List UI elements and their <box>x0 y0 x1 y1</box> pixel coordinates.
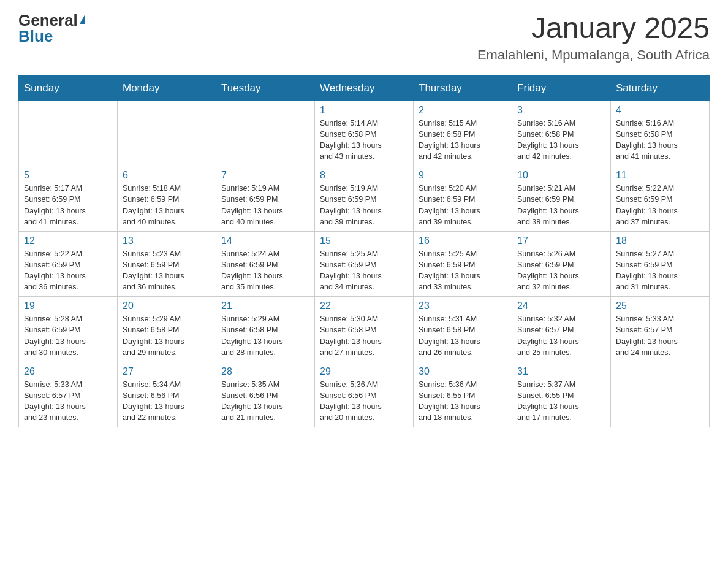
calendar-cell: 22Sunrise: 5:30 AMSunset: 6:58 PMDayligh… <box>315 297 414 362</box>
day-number: 16 <box>419 236 507 247</box>
day-info: Sunrise: 5:22 AMSunset: 6:59 PMDaylight:… <box>616 183 704 228</box>
day-info: Sunrise: 5:22 AMSunset: 6:59 PMDaylight:… <box>24 248 112 293</box>
calendar-cell: 12Sunrise: 5:22 AMSunset: 6:59 PMDayligh… <box>19 231 118 297</box>
day-number: 26 <box>24 366 112 377</box>
day-info: Sunrise: 5:20 AMSunset: 6:59 PMDaylight:… <box>419 183 507 228</box>
calendar-cell: 21Sunrise: 5:29 AMSunset: 6:58 PMDayligh… <box>216 297 315 362</box>
day-number: 9 <box>419 170 507 181</box>
day-number: 10 <box>517 170 605 181</box>
calendar-cell: 31Sunrise: 5:37 AMSunset: 6:55 PMDayligh… <box>512 362 611 427</box>
calendar-week-row: 12Sunrise: 5:22 AMSunset: 6:59 PMDayligh… <box>19 231 710 297</box>
calendar-cell: 25Sunrise: 5:33 AMSunset: 6:57 PMDayligh… <box>611 297 710 362</box>
title-section: January 2025 Emalahleni, Mpumalanga, Sou… <box>477 12 710 63</box>
weekday-header-sunday: Sunday <box>19 75 118 101</box>
calendar-header-row: SundayMondayTuesdayWednesdayThursdayFrid… <box>19 75 710 101</box>
calendar-table: SundayMondayTuesdayWednesdayThursdayFrid… <box>18 75 710 428</box>
month-title: January 2025 <box>477 12 710 45</box>
calendar-cell: 1Sunrise: 5:14 AMSunset: 6:58 PMDaylight… <box>315 101 414 166</box>
calendar-cell: 8Sunrise: 5:19 AMSunset: 6:59 PMDaylight… <box>315 166 414 232</box>
calendar-cell: 24Sunrise: 5:32 AMSunset: 6:57 PMDayligh… <box>512 297 611 362</box>
day-number: 24 <box>517 301 605 312</box>
calendar-cell: 13Sunrise: 5:23 AMSunset: 6:59 PMDayligh… <box>118 231 216 297</box>
day-number: 12 <box>24 236 112 247</box>
calendar-cell: 18Sunrise: 5:27 AMSunset: 6:59 PMDayligh… <box>611 231 710 297</box>
calendar-cell: 23Sunrise: 5:31 AMSunset: 6:58 PMDayligh… <box>414 297 512 362</box>
day-number: 14 <box>221 236 309 247</box>
weekday-header-wednesday: Wednesday <box>315 75 414 101</box>
day-info: Sunrise: 5:19 AMSunset: 6:59 PMDaylight:… <box>320 183 408 228</box>
day-info: Sunrise: 5:31 AMSunset: 6:58 PMDaylight:… <box>419 313 507 358</box>
day-number: 15 <box>320 236 408 247</box>
day-info: Sunrise: 5:16 AMSunset: 6:58 PMDaylight:… <box>517 118 605 163</box>
day-number: 18 <box>616 236 704 247</box>
day-number: 30 <box>419 366 507 377</box>
day-number: 5 <box>24 170 112 181</box>
calendar-cell: 14Sunrise: 5:24 AMSunset: 6:59 PMDayligh… <box>216 231 315 297</box>
day-number: 4 <box>616 105 704 116</box>
weekday-header-monday: Monday <box>118 75 216 101</box>
day-number: 19 <box>24 301 112 312</box>
day-info: Sunrise: 5:17 AMSunset: 6:59 PMDaylight:… <box>24 183 112 228</box>
day-number: 3 <box>517 105 605 116</box>
day-number: 2 <box>419 105 507 116</box>
day-info: Sunrise: 5:14 AMSunset: 6:58 PMDaylight:… <box>320 118 408 163</box>
day-info: Sunrise: 5:29 AMSunset: 6:58 PMDaylight:… <box>221 313 309 358</box>
day-number: 11 <box>616 170 704 181</box>
day-info: Sunrise: 5:33 AMSunset: 6:57 PMDaylight:… <box>616 313 704 358</box>
day-info: Sunrise: 5:33 AMSunset: 6:57 PMDaylight:… <box>24 379 112 424</box>
day-info: Sunrise: 5:18 AMSunset: 6:59 PMDaylight:… <box>123 183 211 228</box>
day-number: 13 <box>123 236 211 247</box>
calendar-week-row: 19Sunrise: 5:28 AMSunset: 6:59 PMDayligh… <box>19 297 710 362</box>
day-info: Sunrise: 5:28 AMSunset: 6:59 PMDaylight:… <box>24 313 112 358</box>
day-number: 17 <box>517 236 605 247</box>
day-info: Sunrise: 5:24 AMSunset: 6:59 PMDaylight:… <box>221 248 309 293</box>
day-info: Sunrise: 5:25 AMSunset: 6:59 PMDaylight:… <box>419 248 507 293</box>
calendar-cell <box>118 101 216 166</box>
calendar-cell: 2Sunrise: 5:15 AMSunset: 6:58 PMDaylight… <box>414 101 512 166</box>
day-number: 21 <box>221 301 309 312</box>
calendar-week-row: 5Sunrise: 5:17 AMSunset: 6:59 PMDaylight… <box>19 166 710 232</box>
day-number: 6 <box>123 170 211 181</box>
day-info: Sunrise: 5:25 AMSunset: 6:59 PMDaylight:… <box>320 248 408 293</box>
weekday-header-tuesday: Tuesday <box>216 75 315 101</box>
logo-general: General <box>18 12 78 28</box>
day-info: Sunrise: 5:35 AMSunset: 6:56 PMDaylight:… <box>221 379 309 424</box>
calendar-cell: 7Sunrise: 5:19 AMSunset: 6:59 PMDaylight… <box>216 166 315 232</box>
calendar-cell: 3Sunrise: 5:16 AMSunset: 6:58 PMDaylight… <box>512 101 611 166</box>
day-number: 27 <box>123 366 211 377</box>
calendar-cell: 30Sunrise: 5:36 AMSunset: 6:55 PMDayligh… <box>414 362 512 427</box>
calendar-cell: 26Sunrise: 5:33 AMSunset: 6:57 PMDayligh… <box>19 362 118 427</box>
day-info: Sunrise: 5:23 AMSunset: 6:59 PMDaylight:… <box>123 248 211 293</box>
calendar-cell: 5Sunrise: 5:17 AMSunset: 6:59 PMDaylight… <box>19 166 118 232</box>
logo: General Blue <box>18 12 85 44</box>
day-info: Sunrise: 5:15 AMSunset: 6:58 PMDaylight:… <box>419 118 507 163</box>
calendar-cell: 11Sunrise: 5:22 AMSunset: 6:59 PMDayligh… <box>611 166 710 232</box>
calendar-cell: 9Sunrise: 5:20 AMSunset: 6:59 PMDaylight… <box>414 166 512 232</box>
calendar-cell: 27Sunrise: 5:34 AMSunset: 6:56 PMDayligh… <box>118 362 216 427</box>
day-number: 7 <box>221 170 309 181</box>
calendar-cell <box>216 101 315 166</box>
day-number: 23 <box>419 301 507 312</box>
calendar-cell: 29Sunrise: 5:36 AMSunset: 6:56 PMDayligh… <box>315 362 414 427</box>
day-info: Sunrise: 5:36 AMSunset: 6:55 PMDaylight:… <box>419 379 507 424</box>
calendar-cell: 10Sunrise: 5:21 AMSunset: 6:59 PMDayligh… <box>512 166 611 232</box>
calendar-cell: 17Sunrise: 5:26 AMSunset: 6:59 PMDayligh… <box>512 231 611 297</box>
day-info: Sunrise: 5:21 AMSunset: 6:59 PMDaylight:… <box>517 183 605 228</box>
day-info: Sunrise: 5:27 AMSunset: 6:59 PMDaylight:… <box>616 248 704 293</box>
day-info: Sunrise: 5:32 AMSunset: 6:57 PMDaylight:… <box>517 313 605 358</box>
day-number: 8 <box>320 170 408 181</box>
day-info: Sunrise: 5:26 AMSunset: 6:59 PMDaylight:… <box>517 248 605 293</box>
day-info: Sunrise: 5:37 AMSunset: 6:55 PMDaylight:… <box>517 379 605 424</box>
day-info: Sunrise: 5:16 AMSunset: 6:58 PMDaylight:… <box>616 118 704 163</box>
day-number: 22 <box>320 301 408 312</box>
day-info: Sunrise: 5:36 AMSunset: 6:56 PMDaylight:… <box>320 379 408 424</box>
logo-triangle-icon <box>80 14 85 24</box>
day-number: 20 <box>123 301 211 312</box>
day-number: 29 <box>320 366 408 377</box>
calendar-cell <box>611 362 710 427</box>
weekday-header-friday: Friday <box>512 75 611 101</box>
logo-blue: Blue <box>18 28 85 44</box>
calendar-week-row: 1Sunrise: 5:14 AMSunset: 6:58 PMDaylight… <box>19 101 710 166</box>
calendar-cell: 16Sunrise: 5:25 AMSunset: 6:59 PMDayligh… <box>414 231 512 297</box>
day-info: Sunrise: 5:30 AMSunset: 6:58 PMDaylight:… <box>320 313 408 358</box>
